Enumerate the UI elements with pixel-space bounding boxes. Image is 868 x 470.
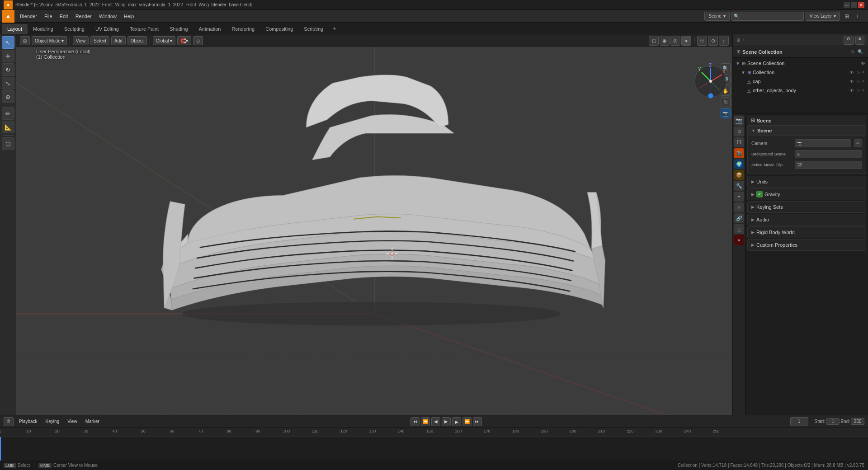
viewport-3d[interactable]: ⊞ Object Mode▾ View Select Add Object Gl… — [16, 34, 732, 415]
background-scene-value[interactable]: ⊞ — [795, 150, 862, 158]
camera-view[interactable]: 📷 — [721, 108, 731, 118]
collection-vis[interactable]: 👁 — [849, 70, 854, 75]
search-bar[interactable]: 🔍 — [731, 12, 804, 21]
marker-menu[interactable]: Marker — [83, 417, 102, 426]
prop-tab-render[interactable]: 📷 — [734, 116, 744, 126]
object-mode-dropdown[interactable]: Object Mode▾ — [32, 36, 67, 45]
tab-texture-paint[interactable]: Texture Paint — [124, 24, 164, 34]
prop-tab-material[interactable]: ● — [734, 235, 744, 245]
keying-menu[interactable]: Keying — [43, 417, 62, 426]
view-layer-dropdown[interactable]: View Layer ▾ — [806, 12, 840, 21]
active-movie-clip-value[interactable]: 🎬 — [795, 161, 862, 169]
body-render-vis[interactable]: ▷ — [857, 88, 860, 93]
view-menu[interactable]: View — [73, 36, 89, 45]
tool-rotate[interactable]: ↻ — [2, 63, 14, 76]
rigid-body-world-section[interactable]: ▶ Rigid Body World — [747, 226, 866, 238]
tool-annotate[interactable]: ✏ — [2, 107, 14, 120]
viewport-shading-material[interactable]: ◎ — [670, 36, 680, 46]
prop-tab-physics[interactable]: ⚛ — [734, 202, 744, 212]
gizmo-overlay[interactable]: ☉ — [697, 36, 707, 46]
body-extra[interactable]: ✧ — [862, 88, 865, 93]
menu-blender[interactable]: Blender — [16, 10, 41, 22]
tab-rendering[interactable]: Rendering — [226, 24, 260, 34]
play-btn[interactable]: ▶ — [442, 417, 451, 426]
object-menu[interactable]: Object — [127, 36, 147, 45]
prop-tab-constraints[interactable]: 🔗 — [734, 213, 744, 223]
scene-section-header[interactable]: ▼ Scene — [747, 126, 866, 136]
navigation-gizmo[interactable]: X Y Z — [693, 63, 729, 99]
outliner-row-cap[interactable]: △ cap 👁 ▷ ✧ — [734, 77, 867, 86]
next-keyframe-btn[interactable]: ⏩ — [462, 417, 472, 426]
menu-file[interactable]: File — [41, 10, 56, 22]
jump-to-start-btn[interactable]: ⏮ — [410, 417, 420, 426]
add-icon[interactable]: + — [853, 11, 863, 21]
tab-shading[interactable]: Shading — [164, 24, 193, 34]
audio-section[interactable]: ▶ Audio — [747, 214, 866, 226]
scene-dropdown[interactable]: Scene ▾ — [704, 12, 729, 21]
custom-properties-section[interactable]: ▶ Custom Properties — [747, 239, 866, 251]
proportional-edit[interactable]: ⊙ — [193, 36, 203, 45]
tool-scale[interactable]: ⤡ — [2, 77, 14, 89]
prop-tab-view-layer[interactable]: 🎞 — [734, 137, 744, 147]
tab-scripting[interactable]: Scripting — [298, 24, 329, 34]
collection-render-vis[interactable]: ▷ — [857, 70, 860, 75]
prop-tab-data[interactable]: △ — [734, 224, 744, 234]
cap-extra[interactable]: ✧ — [862, 79, 865, 84]
camera-edit-btn[interactable]: ✏ — [854, 139, 862, 147]
view-layer-filter[interactable]: ≡ — [855, 36, 864, 45]
timeline-icon[interactable]: ⏱ — [4, 417, 14, 426]
tool-transform[interactable]: ⊕ — [2, 90, 14, 103]
outliner-row-collection[interactable]: ▼ ⊞ Collection 👁 ▷ ✧ — [734, 68, 867, 77]
xray-toggle[interactable]: ↕ — [719, 36, 729, 46]
start-value[interactable]: 1 — [826, 418, 840, 425]
add-menu[interactable]: Add — [111, 36, 126, 45]
prop-tab-output[interactable]: 🖥 — [734, 127, 744, 136]
prop-tab-object[interactable]: 📦 — [734, 170, 744, 180]
cap-render-vis[interactable]: ▷ — [857, 79, 860, 84]
gravity-checkbox[interactable]: ✓ — [756, 191, 763, 197]
menu-edit[interactable]: Edit — [56, 10, 72, 22]
body-vis[interactable]: 👁 — [849, 88, 854, 93]
collection-extra[interactable]: ✧ — [862, 70, 865, 75]
tool-add-cube[interactable]: ⬡ — [2, 137, 14, 150]
menu-window[interactable]: Window — [95, 10, 120, 22]
viewport-shading-rendered[interactable]: ● — [681, 36, 691, 46]
camera-value[interactable]: 📷 — [795, 139, 851, 147]
scene-collection-vis[interactable]: 👁 — [861, 61, 865, 66]
select-menu[interactable]: Select — [90, 36, 109, 45]
global-dropdown[interactable]: Global▾ — [153, 36, 175, 45]
prop-tab-modifier[interactable]: 🔧 — [734, 181, 744, 191]
viewport-overlay[interactable]: ⊙ — [708, 36, 718, 46]
maximize-button[interactable]: □ — [851, 2, 857, 8]
minimize-button[interactable]: — — [844, 2, 850, 8]
tab-modeling[interactable]: Modeling — [28, 24, 59, 34]
add-workspace-button[interactable]: + — [329, 23, 340, 34]
gravity-section[interactable]: ▶ ✓ Gravity — [747, 188, 866, 200]
close-button[interactable]: ✕ — [858, 2, 864, 8]
filter-button[interactable]: ⊙ — [844, 36, 854, 45]
viewport-menu-button[interactable]: ⊞ — [20, 36, 30, 45]
end-value[interactable]: 250 — [851, 418, 864, 425]
cap-vis[interactable]: 👁 — [849, 79, 854, 84]
outliner-row-other-objects-body[interactable]: △ other_objects_body 👁 ▷ ✧ — [734, 86, 867, 95]
viewport-shading-solid[interactable]: ◻ — [649, 36, 659, 46]
current-frame-input[interactable]: 1 — [790, 417, 808, 426]
tool-measure[interactable]: 📐 — [2, 121, 14, 133]
prop-tab-particles[interactable]: ✦ — [734, 192, 744, 202]
tab-sculpting[interactable]: Sculpting — [59, 24, 90, 34]
prev-frame-btn[interactable]: ◀ — [431, 417, 440, 426]
outliner-filter-icon[interactable]: ⊙ — [849, 49, 855, 55]
tab-compositing[interactable]: Compositing — [260, 24, 298, 34]
menu-help[interactable]: Help — [120, 10, 138, 22]
view-menu-tl[interactable]: View — [65, 417, 80, 426]
prev-keyframe-btn[interactable]: ⏪ — [421, 417, 430, 426]
tool-cursor[interactable]: ↖ — [2, 36, 14, 49]
outliner-row-scene-collection[interactable]: ▼ ⊞ Scene Collection 👁 — [734, 59, 867, 68]
tab-layout[interactable]: Layout — [2, 24, 28, 34]
prop-tab-scene[interactable]: 🎬 — [734, 148, 744, 158]
layout-icon[interactable]: ⊞ — [842, 11, 852, 21]
units-section[interactable]: ▶ Units — [747, 176, 866, 188]
prop-tab-world[interactable]: 🌍 — [734, 159, 744, 169]
jump-to-end-btn[interactable]: ⏭ — [473, 417, 482, 426]
playback-menu[interactable]: Playback — [16, 417, 40, 426]
